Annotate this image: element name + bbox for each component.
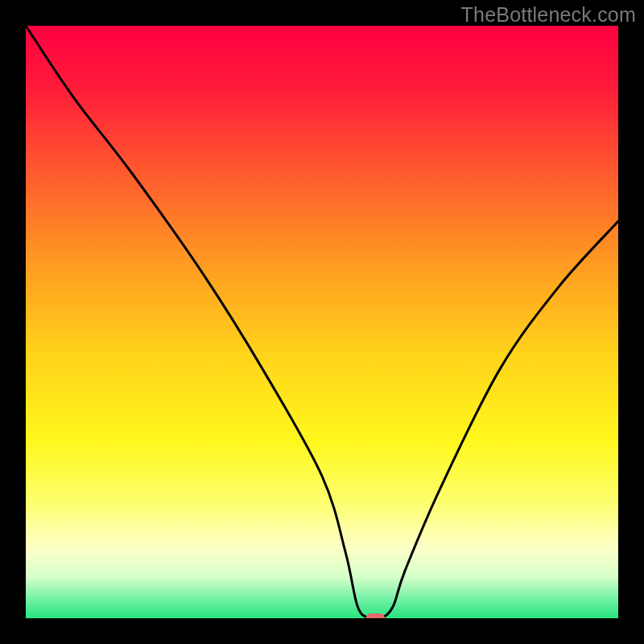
bottleneck-plot: [26, 26, 618, 618]
chart-frame: TheBottleneck.com: [0, 0, 644, 644]
optimal-marker: [365, 613, 385, 618]
plot-svg: [26, 26, 618, 618]
plot-background: [26, 26, 618, 618]
watermark-text: TheBottleneck.com: [461, 3, 636, 27]
